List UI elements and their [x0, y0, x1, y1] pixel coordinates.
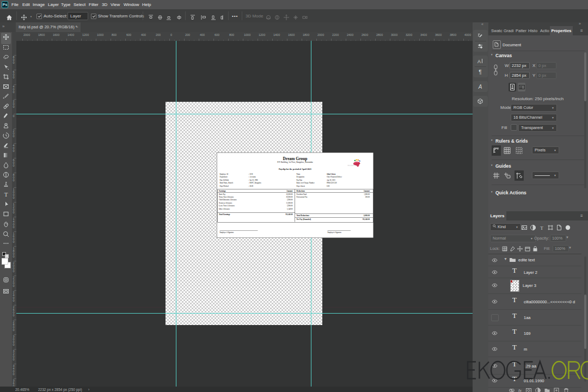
svg-text:T: T	[540, 225, 543, 231]
svg-text:DREAM GROUP SERVICES: DREAM GROUP SERVICES	[348, 164, 359, 166]
svg-text:¶: ¶	[479, 69, 481, 75]
svg-text:fx: fx	[518, 388, 522, 392]
svg-text:T: T	[4, 191, 8, 198]
svg-text:A: A	[477, 59, 481, 64]
svg-text:A: A	[478, 84, 482, 90]
